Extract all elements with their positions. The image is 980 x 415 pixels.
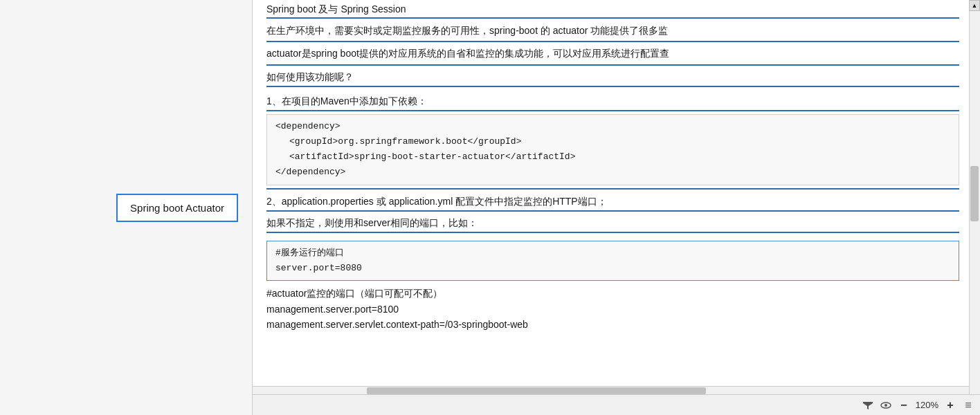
h-scroll-thumb[interactable] xyxy=(367,387,706,394)
filter-icon[interactable] xyxy=(862,399,874,412)
code-line-dependency-open: <dependency> xyxy=(275,119,950,134)
divider-after-code1 xyxy=(266,188,959,190)
intro-line-1: 在生产环境中，需要实时或定期监控服务的可用性，spring-boot 的 act… xyxy=(266,21,959,42)
spring-boot-actuator-button[interactable]: Spring boot Actuator xyxy=(116,194,238,222)
zoom-level: 120% xyxy=(916,400,938,410)
top-cut-line: Spring boot 及与 Spring Session xyxy=(266,3,959,19)
status-bar: − 120% + ≡ xyxy=(253,394,980,415)
code-management-port: management.server.port=8100 xyxy=(266,302,959,317)
code-server-port-value: server.port=8080 xyxy=(275,261,950,276)
zoom-minus-button[interactable]: − xyxy=(898,399,910,412)
main-container: Spring boot Actuator Spring boot 及与 Spri… xyxy=(0,0,980,415)
svg-point-1 xyxy=(884,404,887,407)
step2-header: 2、application.properties 或 application.y… xyxy=(266,192,959,212)
code-block-server-port: #服务运行的端口 server.port=8080 xyxy=(266,241,959,281)
content-area: Spring boot 及与 Spring Session 在生产环境中，需要实… xyxy=(253,0,980,415)
intro-line-2: actuator是spring boot提供的对应用系统的自省和监控的集成功能，… xyxy=(266,44,959,65)
step1-header: 1、在项目的Maven中添加如下依赖： xyxy=(266,92,959,111)
code-block-dependency: <dependency> <groupId>org.springframewor… xyxy=(266,114,959,185)
right-panel: Spring boot 及与 Spring Session 在生产环境中，需要实… xyxy=(253,0,980,415)
left-panel: Spring boot Actuator xyxy=(0,0,253,415)
code-line-groupid: <groupId>org.springframework.boot</group… xyxy=(275,134,950,149)
code-block-management: #actuator监控的端口（端口可配可不配） management.serve… xyxy=(266,284,959,334)
menu-icon[interactable]: ≡ xyxy=(962,399,974,412)
scroll-arrow-up[interactable]: ▲ xyxy=(969,0,980,11)
code-actuator-comment: #actuator监控的端口（端口可配可不配） xyxy=(266,286,959,301)
zoom-plus-button[interactable]: + xyxy=(944,399,956,412)
scroll-thumb[interactable] xyxy=(970,166,979,221)
code-line-artifactid: <artifactId>spring-boot-starter-actuator… xyxy=(275,149,950,165)
code-management-context: management.server.servlet.context-path=/… xyxy=(266,317,959,332)
content-lines: Spring boot 及与 Spring Session 在生产环境中，需要实… xyxy=(266,0,959,369)
horizontal-scrollbar[interactable] xyxy=(253,386,969,394)
how-to-use-line: 如何使用该功能呢？ xyxy=(266,67,959,92)
vertical-scrollbar[interactable]: ▲ ▼ xyxy=(969,0,980,415)
eye-icon[interactable] xyxy=(880,399,892,412)
no-specify-line: 如果不指定，则使用和server相同的端口，比如： xyxy=(266,213,959,238)
code-server-port-comment: #服务运行的端口 xyxy=(275,246,950,261)
code-line-dependency-close: </dependency> xyxy=(275,165,950,180)
